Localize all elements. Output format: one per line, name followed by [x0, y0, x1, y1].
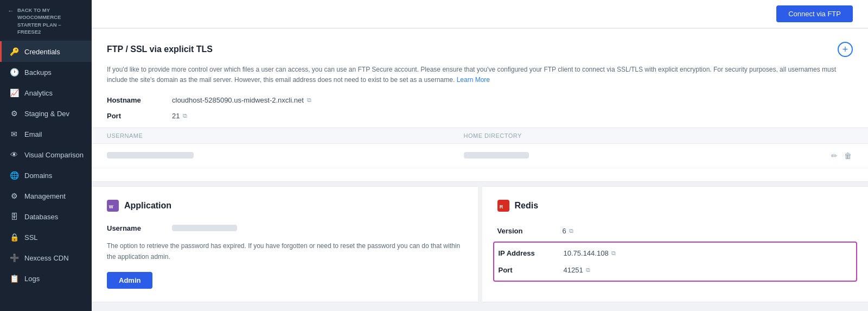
add-ftp-button[interactable]: + [838, 42, 853, 57]
redis-port-row: Port 41251 ⧉ [499, 262, 852, 278]
sidebar-label-credentials: Credentials [24, 48, 60, 56]
hostname-label: Hostname [107, 96, 172, 104]
ftp-homedir-cell [464, 151, 821, 161]
hostname-row: Hostname cloudhost-5285090.us-midwest-2.… [107, 96, 853, 104]
credentials-icon: 🔑 [9, 47, 19, 56]
redis-ip-label: IP Address [499, 249, 564, 257]
ftp-card: FTP / SSL via explicit TLS + If you'd li… [92, 28, 868, 182]
databases-icon: 🗄 [9, 212, 19, 221]
domains-icon: 🌐 [9, 171, 19, 180]
redis-title: Redis [515, 201, 539, 211]
sidebar-item-email[interactable]: ✉ Email [0, 124, 92, 144]
app-title-row: w Application [107, 200, 463, 212]
redis-ip-copy-icon[interactable]: ⧉ [611, 250, 616, 257]
sidebar-label-nexcess: Nexcess CDN [24, 254, 69, 262]
ftp-row-actions: ✏ 🗑 [820, 150, 853, 161]
management-icon: ⚙ [9, 192, 19, 200]
learn-more-link[interactable]: Learn More [457, 76, 490, 84]
sidebar-label-visual: Visual Comparison [24, 151, 84, 159]
redis-icon: R [497, 200, 509, 212]
email-icon: ✉ [9, 130, 19, 138]
col-actions [820, 132, 853, 139]
ftp-table-header: Username Home Directory [92, 128, 868, 144]
sidebar-item-logs[interactable]: 📋 Logs [0, 268, 92, 289]
sidebar-item-staging[interactable]: ⚙ Staging & Dev [0, 103, 92, 124]
ftp-username-cell [107, 151, 464, 161]
analytics-icon: 📈 [9, 88, 19, 97]
redis-port-value: 41251 ⧉ [564, 266, 590, 274]
visual-icon: 👁 [9, 150, 19, 159]
redis-port-copy-icon[interactable]: ⧉ [586, 266, 590, 274]
col-homedir: Home Directory [464, 132, 821, 139]
admin-button[interactable]: Admin [107, 272, 152, 289]
port-value: 21 ⧉ [172, 112, 187, 120]
back-arrow-icon: ← [8, 7, 14, 16]
app-username-blurred [172, 225, 237, 231]
sidebar-item-ssl[interactable]: 🔒 SSL [0, 227, 92, 247]
col-username: Username [107, 132, 464, 139]
sidebar-item-databases[interactable]: 🗄 Databases [0, 206, 92, 227]
app-username-value [172, 223, 237, 233]
sidebar-label-email: Email [24, 130, 42, 138]
top-button-bar: Connect via FTP [92, 0, 868, 28]
ftp-delete-button[interactable]: 🗑 [843, 150, 853, 161]
sidebar-item-visual[interactable]: 👁 Visual Comparison [0, 144, 92, 165]
staging-icon: ⚙ [9, 109, 19, 118]
redis-card: R Redis Version 6 ⧉ IP Address 10.75.144… [482, 186, 869, 302]
logs-icon: 📋 [9, 274, 19, 283]
sidebar-label-management: Management [24, 192, 66, 200]
port-copy-icon[interactable]: ⧉ [183, 112, 187, 119]
ftp-homedir-blurred [464, 152, 529, 158]
sidebar: ← BACK TO MY WOOCOMMERCE STARTER PLAN – … [0, 0, 92, 311]
redis-highlight-box: IP Address 10.75.144.108 ⧉ Port 41251 ⧉ [493, 242, 858, 282]
woocommerce-icon: w [107, 200, 119, 212]
sidebar-label-logs: Logs [24, 275, 40, 283]
sidebar-item-analytics[interactable]: 📈 Analytics [0, 82, 92, 103]
sidebar-label-databases: Databases [24, 213, 58, 221]
svg-text:R: R [499, 204, 503, 210]
svg-text:w: w [108, 204, 113, 210]
ftp-username-blurred [107, 152, 194, 158]
ftp-table-row: ✏ 🗑 [92, 144, 868, 168]
app-username-label: Username [107, 224, 172, 232]
sidebar-item-backups[interactable]: 🕐 Backups [0, 62, 92, 82]
redis-ip-row: IP Address 10.75.144.108 ⧉ [499, 245, 852, 262]
main-content: Connect via FTP FTP / SSL via explicit T… [92, 0, 868, 311]
ftp-description: If you'd like to provide more control ov… [107, 65, 853, 85]
ftp-header: FTP / SSL via explicit TLS + [107, 42, 853, 57]
redis-ip-value: 10.75.144.108 ⧉ [564, 249, 616, 257]
sidebar-label-ssl: SSL [24, 233, 38, 242]
hostname-value: cloudhost-5285090.us-midwest-2.nxcli.net… [172, 96, 311, 104]
ftp-title: FTP / SSL via explicit TLS [107, 45, 213, 54]
app-description: The option to retrieve the password has … [107, 241, 463, 262]
sidebar-item-nexcess[interactable]: ➕ Nexcess CDN [0, 247, 92, 268]
app-title: Application [124, 201, 171, 211]
sidebar-back-link[interactable]: ← BACK TO MY WOOCOMMERCE STARTER PLAN – … [0, 0, 92, 41]
bottom-grid: w Application Username The option to ret… [92, 186, 868, 302]
sidebar-label-backups: Backups [24, 68, 52, 77]
port-label: Port [107, 112, 172, 120]
hostname-copy-icon[interactable]: ⧉ [307, 97, 311, 104]
ftp-edit-button[interactable]: ✏ [830, 150, 839, 161]
connect-ftp-button[interactable]: Connect via FTP [776, 5, 853, 22]
back-label: BACK TO MY WOOCOMMERCE STARTER PLAN – FR… [17, 7, 84, 35]
redis-version-copy-icon[interactable]: ⧉ [569, 227, 573, 234]
sidebar-label-staging: Staging & Dev [24, 110, 69, 118]
redis-version-row: Version 6 ⧉ [497, 223, 853, 239]
backups-icon: 🕐 [9, 68, 19, 77]
app-username-row: Username [107, 223, 463, 233]
application-card: w Application Username The option to ret… [92, 186, 478, 302]
sidebar-label-domains: Domains [24, 172, 52, 180]
sidebar-item-domains[interactable]: 🌐 Domains [0, 165, 92, 186]
ssl-icon: 🔒 [9, 233, 19, 242]
port-row: Port 21 ⧉ [107, 112, 853, 120]
redis-title-row: R Redis [497, 200, 853, 212]
redis-port-label: Port [499, 266, 564, 274]
redis-version-label: Version [497, 227, 563, 235]
sidebar-item-credentials[interactable]: 🔑 Credentials [0, 41, 92, 62]
sidebar-item-management[interactable]: ⚙ Management [0, 186, 92, 206]
nexcess-icon: ➕ [9, 253, 19, 262]
redis-version-value: 6 ⧉ [563, 227, 573, 235]
sidebar-label-analytics: Analytics [24, 89, 53, 97]
